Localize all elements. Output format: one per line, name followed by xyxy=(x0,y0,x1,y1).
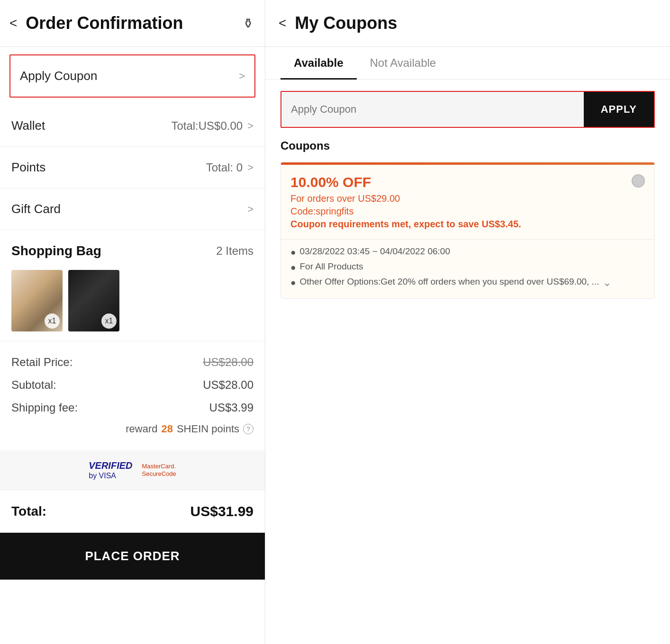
support-icon[interactable]: ⚱ xyxy=(243,16,254,31)
coupon-code-input[interactable] xyxy=(281,92,584,127)
mastercard-line1: MasterCard. xyxy=(142,463,176,470)
points-value: Total: 0 xyxy=(206,161,243,174)
coupon-discount: 10.00% OFF xyxy=(290,174,645,190)
coupon-tab-bar: Available Not Available xyxy=(265,47,670,80)
coupon-date-range: 03/28/2022 03:45 ~ 04/04/2022 06:00 xyxy=(299,246,450,257)
gift-card-chevron: > xyxy=(247,203,254,215)
total-label: Total: xyxy=(11,504,46,519)
page-title: Order Confirmation xyxy=(26,13,243,33)
back-button[interactable]: < xyxy=(9,17,17,30)
coupon-body: 10.00% OFF For orders over US$29.00 Code… xyxy=(281,165,654,239)
shipping-value: US$3.99 xyxy=(209,401,254,414)
coupon-detail-other: ● Other Offer Options:Get 20% off orders… xyxy=(290,275,645,291)
points-chevron: > xyxy=(247,161,254,174)
retail-value: US$28.00 xyxy=(203,356,254,369)
coupon-detail-products: ● For All Products xyxy=(290,259,645,275)
wallet-value: Total:US$0.00 xyxy=(171,119,243,133)
coupon-card[interactable]: 10.00% OFF For orders over US$29.00 Code… xyxy=(281,162,655,299)
shopping-bag-count: 2 Items xyxy=(216,244,254,258)
apply-coupon-row[interactable]: Apply Coupon > xyxy=(9,54,255,98)
order-confirmation-header: < Order Confirmation ⚱ xyxy=(0,0,265,47)
apply-coupon-chevron: > xyxy=(239,70,245,82)
visa-badge: VERIFIED by VISA xyxy=(89,460,132,480)
coupon-savings-text: Coupon requirements met, expect to save xyxy=(290,219,479,229)
subtotal-value: US$28.00 xyxy=(203,378,254,392)
tab-not-available[interactable]: Not Available xyxy=(357,47,450,79)
mastercard-badge: MasterCard. SecureCode xyxy=(142,463,176,477)
product-image-1[interactable]: x1 xyxy=(11,270,63,331)
wallet-chevron: > xyxy=(247,120,254,132)
points-label: Points xyxy=(11,160,206,175)
gift-card-row[interactable]: Gift Card > xyxy=(0,188,265,230)
points-row[interactable]: Points Total: 0 > xyxy=(0,147,265,188)
visa-line1: VERIFIED xyxy=(89,460,132,471)
my-coupons-header: < My Coupons xyxy=(265,0,670,47)
product-qty-2: x1 xyxy=(101,313,117,329)
retail-price-row: Retail Price: US$28.00 xyxy=(11,351,254,374)
coupon-other-options: Other Offer Options:Get 20% off orders w… xyxy=(299,277,599,287)
coupon-details: ● 03/28/2022 03:45 ~ 04/04/2022 06:00 ● … xyxy=(281,239,654,298)
visa-line2: by VISA xyxy=(89,471,132,480)
product-images-row: x1 x1 xyxy=(0,264,265,341)
shopping-bag-label: Shopping Bag xyxy=(11,243,101,259)
coupon-savings-amount: US$3.45. xyxy=(481,219,521,229)
retail-label: Retail Price: xyxy=(11,356,72,369)
coupons-section-label: Coupons xyxy=(265,139,670,158)
place-order-button[interactable]: PLACE ORDER xyxy=(0,533,265,580)
shopping-bag-header: Shopping Bag 2 Items xyxy=(0,230,265,264)
product-image-2[interactable]: x1 xyxy=(68,270,119,331)
shipping-label: Shipping fee: xyxy=(11,401,78,414)
coupon-products-text: For All Products xyxy=(299,261,363,272)
tab-available[interactable]: Available xyxy=(281,47,357,79)
reward-row: reward 28 SHEIN points ? xyxy=(11,419,254,439)
coupon-savings: Coupon requirements met, expect to save … xyxy=(290,219,645,230)
reward-info-icon[interactable]: ? xyxy=(243,424,254,434)
coupon-select-radio[interactable] xyxy=(632,174,645,188)
coupon-code-text: Code:springfits xyxy=(290,206,645,217)
product-qty-1: x1 xyxy=(45,313,60,329)
bullet-icon: ● xyxy=(290,247,296,258)
left-panel: < Order Confirmation ⚱ Apply Coupon > Wa… xyxy=(0,0,265,644)
coupons-title: My Coupons xyxy=(295,13,655,33)
coupon-condition: For orders over US$29.00 xyxy=(290,193,645,204)
bullet-icon-3: ● xyxy=(290,277,296,288)
reward-text: reward xyxy=(126,423,157,435)
reward-points: 28 xyxy=(161,423,172,435)
coupon-detail-date: ● 03/28/2022 03:45 ~ 04/04/2022 06:00 xyxy=(290,244,645,259)
subtotal-row: Subtotal: US$28.00 xyxy=(11,374,254,396)
mastercard-line2: SecureCode xyxy=(142,470,176,478)
right-panel: < My Coupons Available Not Available APP… xyxy=(265,0,670,644)
price-section: Retail Price: US$28.00 Subtotal: US$28.0… xyxy=(0,341,265,448)
total-value: US$31.99 xyxy=(190,503,254,519)
apply-coupon-button[interactable]: APPLY xyxy=(584,92,654,127)
shipping-row: Shipping fee: US$3.99 xyxy=(11,396,254,419)
bullet-icon-2: ● xyxy=(290,262,296,273)
gift-card-label: Gift Card xyxy=(11,202,247,216)
coupon-input-wrap: APPLY xyxy=(281,91,655,128)
total-row: Total: US$31.99 xyxy=(0,490,265,533)
subtotal-label: Subtotal: xyxy=(11,378,56,392)
coupons-back-button[interactable]: < xyxy=(279,17,286,30)
apply-coupon-label: Apply Coupon xyxy=(20,69,239,83)
reward-suffix: SHEIN points xyxy=(177,423,239,435)
expand-icon[interactable]: ⌄ xyxy=(603,277,611,289)
wallet-row[interactable]: Wallet Total:US$0.00 > xyxy=(0,105,265,147)
wallet-label: Wallet xyxy=(11,118,171,133)
payment-strip: VERIFIED by VISA MasterCard. SecureCode xyxy=(0,450,265,490)
